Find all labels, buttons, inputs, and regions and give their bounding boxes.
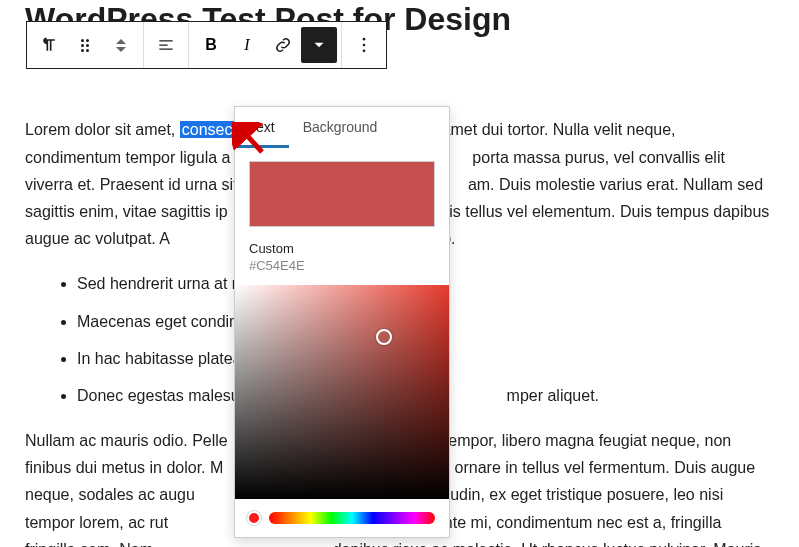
hue-slider[interactable] — [269, 512, 435, 524]
options-icon[interactable] — [346, 27, 382, 63]
highlight-color-popover: Text Background Custom #C54E4E — [234, 106, 450, 538]
drag-handle-icon[interactable] — [67, 27, 103, 63]
saturation-thumb-icon[interactable] — [376, 329, 392, 345]
hue-thumb-icon[interactable] — [247, 511, 261, 525]
svg-point-2 — [363, 50, 366, 53]
hex-value: #C54E4E — [249, 258, 305, 273]
tab-text[interactable]: Text — [235, 107, 289, 148]
custom-label: Custom — [249, 241, 435, 256]
bold-icon[interactable]: B — [193, 27, 229, 63]
tab-background[interactable]: Background — [289, 107, 392, 148]
link-icon[interactable] — [265, 27, 301, 63]
current-color-swatch[interactable] — [249, 161, 435, 227]
saturation-field[interactable] — [235, 285, 449, 499]
more-formatting-icon[interactable] — [301, 27, 337, 63]
italic-icon[interactable]: I — [229, 27, 265, 63]
block-toolbar: B I — [26, 21, 387, 69]
block-mover-icon[interactable] — [103, 27, 139, 63]
svg-point-0 — [363, 38, 366, 41]
paragraph-block-icon[interactable] — [31, 27, 67, 63]
text-run: Nullam ac mauris odio. Pelle — [25, 432, 228, 449]
text-run: Lorem dolor sit amet, — [25, 121, 180, 138]
svg-point-1 — [363, 44, 366, 47]
align-icon[interactable] — [148, 27, 184, 63]
color-tabs: Text Background — [235, 107, 449, 149]
